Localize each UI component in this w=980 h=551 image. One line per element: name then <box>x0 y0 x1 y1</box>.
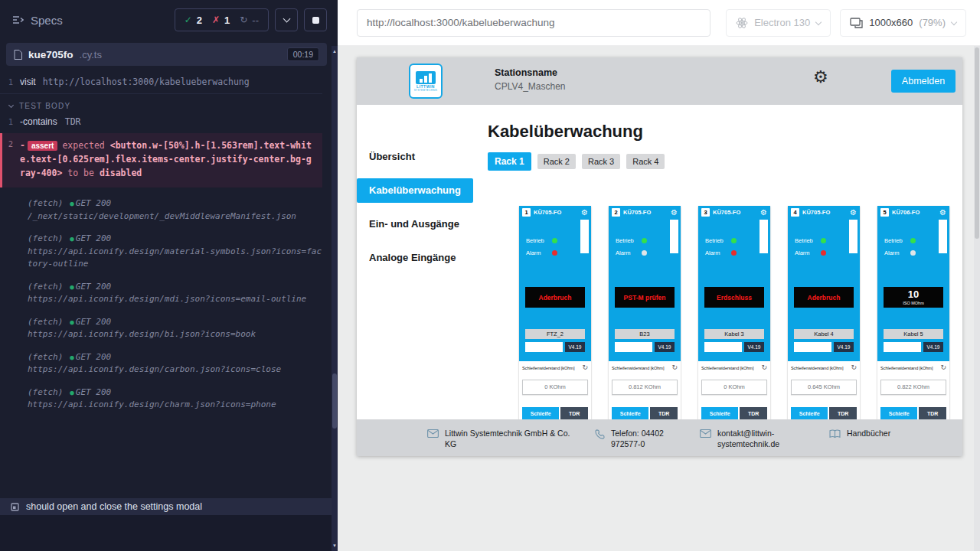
refresh-icon[interactable]: ↻ <box>671 364 678 371</box>
fetch-url: https://api.iconify.design/mdi.json?icon… <box>28 293 322 306</box>
gear-icon[interactable]: ⚙ <box>760 209 767 217</box>
fetch-log-entry[interactable]: (fetch)●GET 200 https://api.iconify.desi… <box>0 351 322 377</box>
chevron-down-icon <box>815 18 822 24</box>
display-box <box>884 342 921 352</box>
fetch-label: (fetch) <box>28 317 63 327</box>
scroll-up-icon[interactable]: ▲ <box>332 49 338 54</box>
next-test-title[interactable]: should open and close the settings modal <box>0 498 332 515</box>
device-card-2: 2 KÜ705-FO ⚙ Betrieb Alarm PST-M prüfen … <box>609 206 681 419</box>
schleife-button[interactable]: Schleife <box>880 407 917 419</box>
page-scrollbar[interactable] <box>974 46 980 551</box>
chevron-down-icon <box>951 18 957 24</box>
gear-icon[interactable]: ⚙ <box>671 209 678 217</box>
command-visit[interactable]: 1 visit http://localhost:3000/kabelueber… <box>0 73 322 94</box>
fetch-log-entry[interactable]: (fetch)●GET 200 https://api.iconify.desi… <box>0 233 322 271</box>
refresh-icon[interactable]: ↻ <box>761 364 767 371</box>
tdr-button[interactable]: TDR <box>829 407 857 419</box>
test-body-toggle[interactable]: TEST BODY <box>9 102 322 110</box>
line-number: 1 <box>0 77 20 86</box>
logo-text: LITTWIN <box>416 85 435 89</box>
browser-select[interactable]: Electron 130 <box>726 9 831 37</box>
spec-header[interactable]: kue705fo.cy.ts 00:19 <box>6 43 327 66</box>
page-title: Kabelüberwachung <box>488 122 962 142</box>
fetch-log-entry[interactable]: (fetch)●GET 200 https://api.iconify.desi… <box>0 386 322 412</box>
failed-assert-command[interactable]: 2 -assertexpected <button.w-[50%].h-[1.5… <box>0 133 322 187</box>
tab-rack-4[interactable]: Rack 4 <box>626 154 665 169</box>
scrollbar-thumb[interactable] <box>975 47 979 239</box>
command-name: visit <box>20 77 36 87</box>
refresh-icon[interactable]: ↻ <box>940 364 946 371</box>
collapse-tests-button[interactable] <box>275 8 298 31</box>
settings-gear-icon[interactable]: ⚙ <box>813 69 828 86</box>
status-text: Aderbruch <box>808 294 841 302</box>
fetch-url: https://api.iconify.design/carbon.json?i… <box>28 364 322 377</box>
refresh-icon[interactable]: ↻ <box>851 364 857 371</box>
card-display-panel <box>760 220 768 253</box>
sidebar-item-analoge-eingaenge[interactable]: Analoge Eingänge <box>357 246 473 270</box>
betrieb-led <box>731 238 737 243</box>
stat-pending: ↻-- <box>240 15 259 26</box>
tdr-button[interactable]: TDR <box>740 407 767 419</box>
sidebar-item-ein-und-ausgaenge[interactable]: Ein- und Ausgänge <box>357 212 473 236</box>
schleife-button[interactable]: Schleife <box>522 407 559 419</box>
fetch-log-entry[interactable]: (fetch)●GET 200 /_next/static/developmen… <box>0 197 322 223</box>
viewport-select[interactable]: 1000x660 (79%) <box>840 9 966 37</box>
aut-app-window: LITTWIN SYSTEMTECHNIK Stationsname CPLV4… <box>357 57 962 456</box>
card-model: KÜ705-FO <box>623 209 668 216</box>
command-arg: TDR <box>65 116 81 127</box>
cable-name: B23 <box>615 329 675 339</box>
station-info: Stationsname CPLV4_Maschen <box>495 67 566 92</box>
tdr-button[interactable]: TDR <box>919 407 946 419</box>
refresh-icon[interactable]: ↻ <box>582 364 588 371</box>
status-display: Aderbruch <box>525 287 585 308</box>
success-dot-icon: ● <box>70 283 74 291</box>
gear-icon[interactable]: ⚙ <box>581 209 588 217</box>
fetch-log-entry[interactable]: (fetch)●GET 200 https://api.iconify.desi… <box>0 316 322 341</box>
display-box <box>794 342 831 352</box>
scrollbar-thumb[interactable] <box>332 373 337 429</box>
command-contains[interactable]: 1 -contains TDR <box>0 113 322 130</box>
sidebar-item-kabelueberwachung[interactable]: Kabelüberwachung <box>357 178 473 203</box>
specs-menu-button[interactable]: Specs <box>12 14 63 27</box>
tab-rack-1[interactable]: Rack 1 <box>488 152 531 171</box>
sidebar-item-uebersicht[interactable]: Übersicht <box>357 145 473 169</box>
display-box <box>615 342 652 352</box>
logout-button[interactable]: Abmelden <box>891 70 956 93</box>
next-test-label: should open and close the settings modal <box>26 501 202 512</box>
fetch-log-entry[interactable]: (fetch)●GET 200 https://api.iconify.desi… <box>0 281 322 306</box>
station-name: CPLV4_Maschen <box>495 81 566 92</box>
url-input[interactable] <box>357 9 710 37</box>
viewport-size: 1000x660 <box>869 17 913 28</box>
card-model: KÜ705-FO <box>713 209 757 216</box>
loop-resistance-label: Schleifenwiderstand [kOhm] <box>701 366 753 370</box>
betrieb-led <box>910 238 916 243</box>
schleife-button[interactable]: Schleife <box>701 407 738 419</box>
tdr-button[interactable]: TDR <box>560 407 588 419</box>
app-footer: Littwin Systemtechnik GmbH & Co. KG Tele… <box>357 419 962 456</box>
email-icon <box>427 429 439 438</box>
cypress-reporter: Specs ✓2 ✗1 ↻-- kue705fo.cy.ts 00:19 1 v… <box>0 0 338 551</box>
tdr-button[interactable]: TDR <box>650 407 678 419</box>
firmware-version: V4.19 <box>923 342 943 352</box>
spec-timer: 00:19 <box>287 47 319 61</box>
app-header: LITTWIN SYSTEMTECHNIK Stationsname CPLV4… <box>357 57 962 105</box>
schleife-button[interactable]: Schleife <box>791 407 828 419</box>
gear-icon[interactable]: ⚙ <box>850 209 857 217</box>
gear-icon[interactable]: ⚙ <box>939 209 946 217</box>
book-icon <box>829 429 841 439</box>
card-number: 2 <box>612 208 620 217</box>
alarm-label: Alarm <box>705 249 728 256</box>
scroll-down-icon[interactable]: ▼ <box>332 543 338 548</box>
stop-button[interactable] <box>304 8 327 31</box>
fetch-status: GET 200 <box>76 198 111 208</box>
reporter-scrollbar[interactable]: ▲ ▼ <box>332 46 338 551</box>
stat-failed: ✗1 <box>212 15 230 26</box>
passed-count: 2 <box>197 15 202 26</box>
tab-rack-2[interactable]: Rack 2 <box>537 154 576 169</box>
footer-manuals[interactable]: Handbücher <box>829 429 890 439</box>
firmware-version: V4.19 <box>565 342 585 352</box>
schleife-button[interactable]: Schleife <box>612 407 648 419</box>
tab-rack-3[interactable]: Rack 3 <box>582 154 620 169</box>
success-dot-icon: ● <box>70 235 74 243</box>
resistance-value: 0 KOhm <box>701 380 767 395</box>
